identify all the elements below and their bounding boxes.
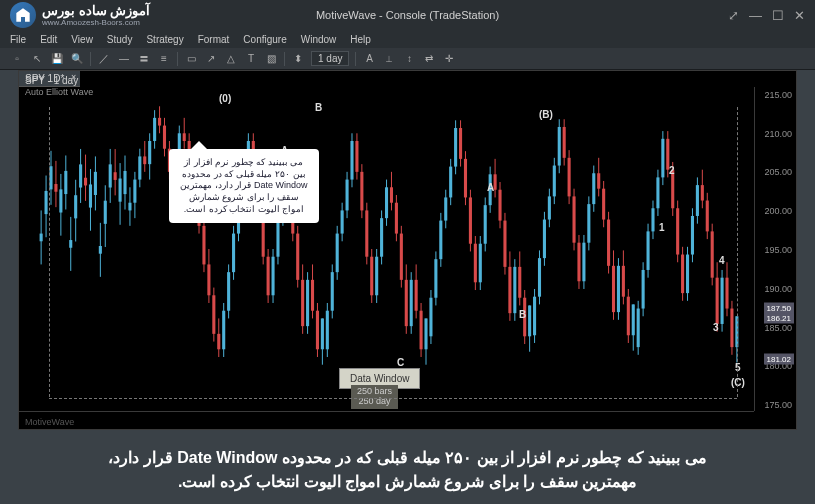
menu-bar: File Edit View Study Strategy Format Con… (0, 30, 815, 48)
svg-rect-253 (661, 139, 664, 178)
svg-rect-263 (686, 255, 689, 294)
svg-rect-189 (503, 221, 506, 267)
caption: می ببینید که چطور نرم افزار از بین ۲۵۰ م… (0, 446, 815, 494)
maximize-icon[interactable]: ☐ (772, 8, 784, 23)
y-axis[interactable]: 175.00180.00185.00190.00195.00200.00205.… (754, 87, 796, 411)
svg-rect-243 (637, 309, 640, 348)
save-icon[interactable]: 💾 (50, 52, 64, 66)
svg-rect-129 (355, 141, 358, 172)
expand-icon[interactable]: ⤢ (728, 8, 739, 23)
palette-icon[interactable]: ▧ (264, 52, 278, 66)
svg-rect-45 (148, 141, 151, 164)
caption-line-1: می ببینید که چطور نرم افزار از بین ۲۵۰ م… (20, 446, 795, 470)
svg-rect-163 (439, 221, 442, 260)
svg-rect-29 (109, 164, 112, 187)
triangle-icon[interactable]: △ (224, 52, 238, 66)
bar-type-icon[interactable]: ⬍ (291, 52, 305, 66)
svg-rect-95 (272, 257, 275, 296)
range-edge-right (737, 107, 738, 397)
crosshair-icon[interactable]: ✛ (442, 52, 456, 66)
svg-rect-133 (365, 210, 368, 256)
measure-icon[interactable]: ⟂ (382, 52, 396, 66)
svg-rect-245 (642, 270, 645, 309)
svg-rect-261 (681, 255, 684, 294)
draw-channel-icon[interactable]: 〓 (137, 52, 151, 66)
chart-subtitle: Auto Elliott Wave (25, 87, 93, 97)
menu-file[interactable]: File (10, 34, 26, 45)
chart-container: SPY 1D* SPY - 1 day Auto Elliott Wave (0… (18, 70, 797, 430)
svg-rect-127 (350, 141, 353, 180)
svg-rect-155 (420, 311, 423, 350)
menu-study[interactable]: Study (107, 34, 133, 45)
rect-icon[interactable]: ▭ (184, 52, 198, 66)
svg-rect-265 (691, 216, 694, 255)
chart-area[interactable]: (0) A B C (A) A (B) B 1 2 3 4 5 (C) می ب… (19, 87, 754, 411)
menu-view[interactable]: View (71, 34, 93, 45)
menu-window[interactable]: Window (301, 34, 337, 45)
svg-rect-9 (59, 189, 62, 212)
svg-rect-33 (119, 179, 122, 202)
svg-rect-251 (656, 177, 659, 208)
svg-rect-157 (424, 318, 427, 349)
arrow-icon[interactable]: ↗ (204, 52, 218, 66)
fib-icon[interactable]: ≡ (157, 52, 171, 66)
menu-help[interactable]: Help (350, 34, 371, 45)
svg-rect-227 (597, 173, 600, 188)
svg-rect-75 (222, 311, 225, 350)
svg-rect-183 (489, 174, 492, 205)
scale-icon[interactable]: ↕ (402, 52, 416, 66)
new-icon[interactable]: ▫ (10, 52, 24, 66)
svg-rect-137 (375, 257, 378, 296)
svg-rect-149 (405, 280, 408, 326)
svg-rect-167 (449, 167, 452, 198)
svg-rect-141 (385, 187, 388, 218)
svg-rect-169 (454, 128, 457, 167)
svg-rect-199 (528, 305, 531, 336)
svg-rect-275 (716, 278, 719, 324)
candlestick-chart (19, 87, 754, 411)
draw-line-icon[interactable]: ／ (97, 52, 111, 66)
svg-rect-123 (341, 210, 344, 233)
svg-rect-1 (40, 234, 43, 242)
menu-configure[interactable]: Configure (243, 34, 286, 45)
svg-rect-93 (267, 257, 270, 296)
svg-rect-191 (508, 267, 511, 313)
draw-hline-icon[interactable]: ― (117, 52, 131, 66)
svg-rect-195 (518, 267, 521, 298)
svg-rect-39 (133, 180, 136, 203)
svg-rect-23 (94, 172, 97, 195)
svg-rect-67 (202, 226, 205, 265)
minimize-icon[interactable]: — (749, 8, 762, 23)
text-icon[interactable]: T (244, 52, 258, 66)
svg-rect-159 (429, 298, 432, 337)
svg-rect-239 (627, 297, 630, 336)
svg-rect-185 (494, 174, 497, 189)
svg-rect-59 (183, 133, 186, 141)
timeframe-select[interactable]: 1 day (311, 51, 349, 66)
svg-rect-235 (617, 266, 620, 312)
svg-rect-269 (701, 185, 704, 200)
svg-rect-171 (459, 128, 462, 159)
svg-rect-111 (311, 280, 314, 311)
svg-rect-217 (572, 196, 575, 242)
text-tool-icon[interactable]: A (362, 52, 376, 66)
svg-rect-15 (74, 195, 77, 218)
svg-rect-43 (143, 156, 146, 164)
link-icon[interactable]: ⇄ (422, 52, 436, 66)
x-axis[interactable]: MotiveWave (19, 411, 754, 429)
svg-rect-49 (158, 118, 161, 126)
svg-rect-247 (647, 231, 650, 270)
callout-tooltip: می ببینید که چطور نرم افزار از بین ۲۵۰ م… (169, 149, 319, 223)
close-icon[interactable]: ✕ (794, 8, 805, 23)
svg-rect-267 (696, 185, 699, 216)
svg-rect-213 (563, 127, 566, 158)
svg-rect-271 (706, 201, 709, 232)
logo-subtitle: www.Amoozesh-Boors.com (42, 18, 150, 27)
svg-rect-73 (217, 334, 220, 349)
cursor-icon[interactable]: ↖ (30, 52, 44, 66)
search-icon[interactable]: 🔍 (70, 52, 84, 66)
menu-format[interactable]: Format (198, 34, 230, 45)
menu-strategy[interactable]: Strategy (146, 34, 183, 45)
menu-edit[interactable]: Edit (40, 34, 57, 45)
svg-rect-71 (212, 295, 215, 334)
